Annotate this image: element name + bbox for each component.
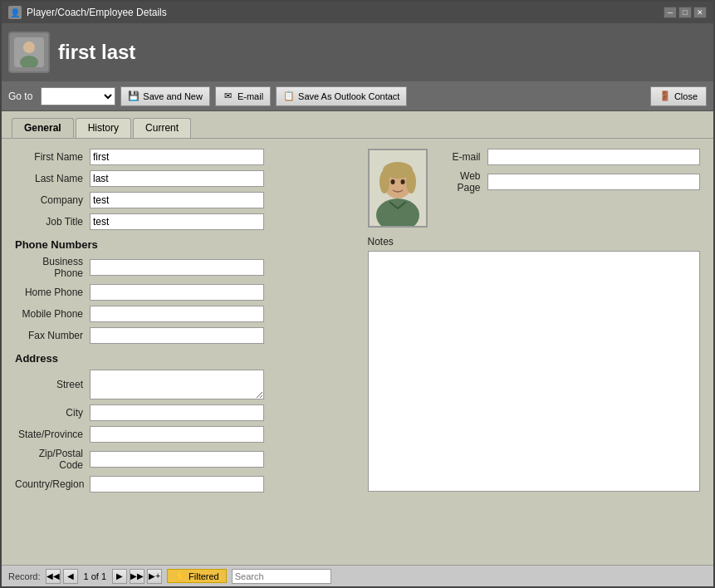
minimize-button[interactable]: ─ bbox=[664, 7, 677, 18]
first-name-label: First Name bbox=[15, 151, 90, 163]
business-phone-input[interactable] bbox=[90, 259, 264, 276]
nav-prev-button[interactable]: ◀ bbox=[63, 569, 78, 584]
last-name-row: Last Name bbox=[15, 170, 348, 187]
record-nav: ◀◀ ◀ 1 of 1 ▶ ▶▶ ▶+ bbox=[46, 569, 163, 584]
city-label: City bbox=[15, 407, 90, 419]
business-phone-label: Business Phone bbox=[15, 256, 90, 279]
right-column: E-mail Web Page Notes bbox=[358, 149, 701, 497]
record-count: 1 of 1 bbox=[84, 571, 107, 581]
web-page-input[interactable] bbox=[487, 174, 701, 190]
street-input[interactable] bbox=[90, 370, 264, 399]
address-section-header: Address bbox=[15, 352, 348, 365]
avatar-image bbox=[370, 150, 426, 226]
title-bar: 👤 Player/Coach/Employee Details ─ □ ✕ bbox=[2, 2, 713, 23]
home-phone-input[interactable] bbox=[90, 284, 264, 301]
header-title: first last bbox=[58, 41, 135, 64]
save-new-label: Save and New bbox=[143, 91, 203, 101]
svg-point-9 bbox=[390, 179, 394, 184]
country-input[interactable] bbox=[90, 476, 264, 492]
filtered-badge: ⚡ Filtered bbox=[167, 569, 227, 583]
address-section: Address Street City State/Province bbox=[15, 352, 348, 492]
zip-row: Zip/Postal Code bbox=[15, 448, 348, 471]
email-button[interactable]: ✉ E-mail bbox=[215, 86, 271, 106]
web-page-label: Web Page bbox=[438, 170, 487, 194]
nav-new-button[interactable]: ▶+ bbox=[147, 569, 162, 584]
email-web-section: E-mail Web Page bbox=[438, 149, 701, 198]
right-top: E-mail Web Page bbox=[368, 149, 701, 228]
state-input[interactable] bbox=[90, 426, 264, 443]
app-icon: 👤 bbox=[8, 6, 22, 19]
outlook-icon: 📋 bbox=[283, 91, 295, 102]
header-bar: first last bbox=[2, 23, 713, 81]
nav-first-button[interactable]: ◀◀ bbox=[46, 569, 61, 584]
svg-point-8 bbox=[406, 170, 416, 194]
notes-textarea[interactable] bbox=[368, 251, 701, 492]
job-title-label: Job Title bbox=[15, 216, 90, 228]
status-bar: Record: ◀◀ ◀ 1 of 1 ▶ ▶▶ ▶+ ⚡ Filtered bbox=[2, 565, 713, 586]
state-row: State/Province bbox=[15, 426, 348, 443]
email-input[interactable] bbox=[487, 149, 701, 165]
zip-label: Zip/Postal Code bbox=[15, 448, 90, 471]
header-icon bbox=[8, 32, 50, 73]
nav-next-button[interactable]: ▶ bbox=[112, 569, 127, 584]
title-bar-controls[interactable]: ─ □ ✕ bbox=[664, 7, 707, 18]
left-column: First Name Last Name Company bbox=[15, 149, 358, 497]
window-title: Player/Coach/Employee Details bbox=[27, 7, 167, 18]
first-name-input[interactable] bbox=[90, 149, 264, 165]
save-new-icon: 💾 bbox=[128, 91, 140, 102]
fax-number-row: Fax Number bbox=[15, 327, 348, 344]
nav-last-button[interactable]: ▶▶ bbox=[130, 569, 144, 584]
tab-history[interactable]: History bbox=[76, 118, 131, 138]
close-icon: 🚪 bbox=[659, 91, 671, 102]
main-window: 👤 Player/Coach/Employee Details ─ □ ✕ fi… bbox=[0, 0, 715, 588]
avatar-box bbox=[368, 149, 428, 228]
home-phone-row: Home Phone bbox=[15, 284, 348, 301]
close-button[interactable]: 🚪 Close bbox=[650, 86, 707, 106]
restore-button[interactable]: □ bbox=[678, 7, 692, 18]
filter-icon: ⚡ bbox=[174, 571, 186, 581]
form-area: First Name Last Name Company bbox=[2, 138, 713, 507]
filtered-label: Filtered bbox=[189, 571, 219, 581]
company-row: Company bbox=[15, 192, 348, 208]
save-new-button[interactable]: 💾 Save and New bbox=[120, 86, 210, 106]
save-outlook-button[interactable]: 📋 Save As Outlook Contact bbox=[276, 86, 407, 106]
email-label: E-mail bbox=[238, 91, 263, 101]
mobile-phone-input[interactable] bbox=[90, 306, 264, 322]
close-window-button[interactable]: ✕ bbox=[693, 7, 707, 18]
toolbar: Go to 💾 Save and New ✉ E-mail 📋 Save As … bbox=[2, 81, 713, 111]
street-label: Street bbox=[15, 379, 90, 390]
country-row: Country/Region bbox=[15, 476, 348, 492]
job-title-row: Job Title bbox=[15, 213, 348, 230]
email-row: E-mail bbox=[438, 149, 701, 165]
form-grid: First Name Last Name Company bbox=[15, 149, 700, 497]
fax-number-input[interactable] bbox=[90, 327, 264, 344]
search-input[interactable] bbox=[232, 569, 331, 584]
country-label: Country/Region bbox=[15, 478, 90, 490]
company-label: Company bbox=[15, 194, 90, 206]
last-name-label: Last Name bbox=[15, 173, 90, 184]
company-input[interactable] bbox=[90, 192, 264, 208]
notes-section: Notes bbox=[368, 236, 701, 494]
fax-number-label: Fax Number bbox=[15, 330, 90, 341]
tab-general[interactable]: General bbox=[12, 118, 74, 138]
city-row: City bbox=[15, 404, 348, 421]
last-name-input[interactable] bbox=[90, 170, 264, 187]
first-name-row: First Name bbox=[15, 149, 348, 165]
tab-current[interactable]: Current bbox=[133, 118, 191, 138]
city-input[interactable] bbox=[90, 404, 264, 421]
goto-select[interactable] bbox=[41, 87, 115, 105]
job-title-input[interactable] bbox=[90, 213, 264, 230]
phone-section-header: Phone Numbers bbox=[15, 238, 348, 251]
svg-point-10 bbox=[400, 179, 404, 184]
zip-input[interactable] bbox=[90, 451, 264, 468]
svg-point-7 bbox=[380, 170, 389, 194]
goto-label: Go to bbox=[8, 91, 32, 102]
business-phone-row: Business Phone bbox=[15, 256, 348, 279]
title-bar-left: 👤 Player/Coach/Employee Details bbox=[8, 6, 167, 19]
main-content: General History Current First Name bbox=[2, 111, 713, 565]
phone-section: Phone Numbers Business Phone Home Phone … bbox=[15, 238, 348, 344]
web-page-row: Web Page bbox=[438, 170, 701, 194]
street-row: Street bbox=[15, 370, 348, 399]
close-label: Close bbox=[674, 91, 698, 101]
record-label: Record: bbox=[8, 571, 41, 581]
